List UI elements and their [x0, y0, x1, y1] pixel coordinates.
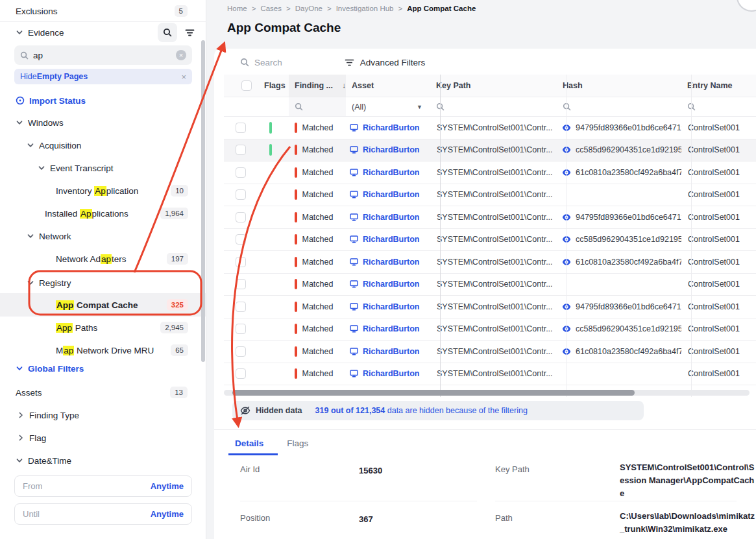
- column-header-key-path[interactable]: Key Path: [430, 75, 557, 97]
- import-status-icon: [16, 96, 25, 105]
- entry-name-value: ControlSet001: [681, 206, 756, 228]
- breadcrumb-dayone[interactable]: DayOne: [295, 5, 323, 12]
- row-checkbox[interactable]: [236, 212, 246, 222]
- table-row[interactable]: Matched RichardBurton SYSTEM\ControlSet0…: [224, 318, 756, 341]
- evidence-filter-button[interactable]: [180, 23, 199, 42]
- sidebar-item-inventory-application[interactable]: Inventory Application 10: [0, 184, 206, 198]
- sidebar-item-registry[interactable]: Registry: [0, 276, 206, 290]
- asset-link[interactable]: RichardBurton: [363, 258, 420, 267]
- table-row[interactable]: Matched RichardBurton SYSTEM\ControlSet0…: [224, 184, 756, 207]
- asset-link[interactable]: RichardBurton: [363, 190, 420, 199]
- entry-name-filter-input[interactable]: [681, 97, 756, 116]
- row-checkbox[interactable]: [236, 234, 246, 245]
- clear-search-icon[interactable]: ×: [176, 50, 186, 60]
- tab-flags[interactable]: Flags: [287, 438, 308, 448]
- date-until-input[interactable]: Until Anytime: [14, 503, 192, 525]
- asset-link[interactable]: RichardBurton: [363, 145, 420, 154]
- asset-filter-dropdown[interactable]: (All) ▼: [346, 97, 430, 116]
- finding-value: Matched: [302, 280, 334, 289]
- row-checkbox[interactable]: [236, 189, 246, 200]
- select-all-checkbox[interactable]: [241, 80, 252, 91]
- entry-name-value: ControlSet001: [681, 296, 756, 318]
- finding-value: Matched: [302, 369, 334, 378]
- table-row[interactable]: Matched RichardBurton SYSTEM\ControlSet0…: [224, 206, 756, 229]
- table-row[interactable]: Matched RichardBurton SYSTEM\ControlSet0…: [224, 296, 756, 318]
- asset-link[interactable]: RichardBurton: [363, 235, 420, 244]
- sidebar-item-map-network-drive-mru[interactable]: Map Network Drive MRU 65: [0, 343, 206, 357]
- table-row[interactable]: Matched RichardBurton SYSTEM\ControlSet0…: [224, 117, 756, 139]
- row-checkbox[interactable]: [236, 279, 246, 289]
- evidence-search-button[interactable]: [158, 23, 177, 42]
- close-icon[interactable]: ×: [181, 72, 186, 82]
- row-checkbox[interactable]: [236, 302, 246, 312]
- asset-link[interactable]: RichardBurton: [363, 347, 420, 356]
- sidebar-item-exclusions[interactable]: Exclusions 5: [0, 1, 206, 21]
- sidebar-item-finding-type[interactable]: Finding Type: [0, 408, 206, 422]
- sidebar-item-acquisition[interactable]: Acquisition: [0, 138, 206, 152]
- sidebar-item-network[interactable]: Network: [0, 229, 206, 243]
- tab-details[interactable]: Details: [235, 438, 263, 448]
- sidebar-item-windows[interactable]: Windows: [0, 115, 206, 130]
- table-row[interactable]: Matched RichardBurton SYSTEM\ControlSet0…: [224, 162, 756, 184]
- monitor-icon: [350, 258, 358, 266]
- breadcrumb-cases[interactable]: Cases: [260, 5, 282, 12]
- sidebar-item-assets[interactable]: Assets 13: [0, 385, 206, 400]
- sidebar-search-input[interactable]: ap ×: [14, 45, 192, 65]
- corner-button[interactable]: [737, 0, 756, 12]
- row-checkbox[interactable]: [236, 368, 246, 379]
- breadcrumb-investigation-hub[interactable]: Investigation Hub: [336, 5, 394, 12]
- key-path-filter-input[interactable]: [430, 97, 557, 116]
- sidebar-item-installed-applications[interactable]: Installed Applications 1,964: [0, 206, 206, 221]
- hash-value: 94795fd89366e01bd6ce6471ff2: [576, 123, 681, 132]
- asset-link[interactable]: RichardBurton: [363, 213, 420, 222]
- column-header-entry-name[interactable]: Entry Name: [681, 75, 756, 97]
- sidebar-item-network-adapters[interactable]: Network Adapters 197: [0, 252, 206, 266]
- sidebar-scrollbar[interactable]: [201, 40, 205, 362]
- hide-empty-pages-chip[interactable]: Hide Empty Pages ×: [14, 69, 192, 84]
- asset-link[interactable]: RichardBurton: [363, 324, 420, 333]
- date-from-input[interactable]: From Anytime: [14, 475, 192, 497]
- sidebar-item-datetime[interactable]: Date&Time: [0, 453, 206, 468]
- row-checkbox[interactable]: [236, 346, 246, 357]
- horizontal-scrollbar-thumb[interactable]: [232, 390, 635, 396]
- breadcrumb-home[interactable]: Home: [227, 5, 247, 12]
- table-row[interactable]: Matched RichardBurton SYSTEM\ControlSet0…: [224, 363, 756, 386]
- from-value[interactable]: Anytime: [151, 481, 184, 491]
- sidebar-item-app-compat-cache[interactable]: App Compat Cache 325: [0, 298, 206, 312]
- table-row[interactable]: Matched RichardBurton SYSTEM\ControlSet0…: [224, 251, 756, 274]
- sidebar-item-import-status[interactable]: Import Status: [0, 93, 206, 108]
- table-row[interactable]: Matched RichardBurton SYSTEM\ControlSet0…: [224, 139, 756, 162]
- flag-indicator: [269, 122, 272, 134]
- table-row[interactable]: Matched RichardBurton SYSTEM\ControlSet0…: [224, 229, 756, 252]
- asset-link[interactable]: RichardBurton: [363, 369, 420, 378]
- sidebar-section-global-filters[interactable]: Global Filters: [0, 361, 206, 376]
- table-search-input[interactable]: Search: [240, 58, 282, 67]
- row-checkbox[interactable]: [236, 257, 246, 267]
- column-header-finding[interactable]: Finding ... ↓: [289, 75, 346, 97]
- chip-text-bold: Empty Pages: [37, 72, 88, 81]
- search-highlight: ap: [101, 254, 112, 264]
- column-header-hash[interactable]: Hash: [557, 75, 681, 97]
- asset-link[interactable]: RichardBurton: [363, 123, 420, 132]
- asset-link[interactable]: RichardBurton: [363, 280, 420, 289]
- hash-filter-input[interactable]: [557, 97, 681, 116]
- sidebar-item-event-transcript[interactable]: Event Transcript: [0, 161, 206, 175]
- finding-filter-input[interactable]: [289, 97, 346, 116]
- sidebar-section-evidence[interactable]: Evidence: [0, 22, 206, 43]
- key-path-value: SYSTEM\ControlSet001\Contr...: [430, 318, 557, 341]
- column-header-flags[interactable]: Flags: [258, 75, 289, 97]
- table-row[interactable]: Matched RichardBurton SYSTEM\ControlSet0…: [224, 274, 756, 296]
- sidebar-item-app-paths[interactable]: App Paths 2,945: [0, 320, 206, 335]
- row-checkbox[interactable]: [236, 123, 246, 133]
- asset-link[interactable]: RichardBurton: [363, 302, 420, 311]
- horizontal-scrollbar[interactable]: [224, 390, 750, 396]
- row-checkbox[interactable]: [236, 145, 246, 155]
- row-checkbox[interactable]: [236, 324, 246, 334]
- asset-link[interactable]: RichardBurton: [363, 168, 420, 177]
- row-checkbox[interactable]: [236, 167, 246, 178]
- sidebar-item-flag[interactable]: Flag: [0, 431, 206, 445]
- until-value[interactable]: Anytime: [151, 509, 184, 519]
- advanced-filters-button[interactable]: Advanced Filters: [345, 58, 426, 67]
- table-row[interactable]: Matched RichardBurton SYSTEM\ControlSet0…: [224, 341, 756, 363]
- column-header-asset[interactable]: Asset: [346, 75, 430, 97]
